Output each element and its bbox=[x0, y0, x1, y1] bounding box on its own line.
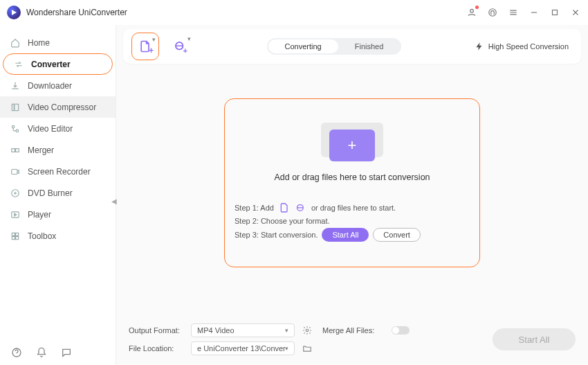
compressor-icon bbox=[10, 102, 21, 113]
status-tabs: Converting Finished bbox=[267, 38, 402, 55]
output-format-value: MP4 Video bbox=[197, 326, 235, 335]
add-url-mini-icon[interactable] bbox=[295, 202, 307, 214]
sidebar-item-dvd[interactable]: DVD Burner bbox=[0, 182, 116, 204]
svg-rect-8 bbox=[12, 169, 17, 174]
convert-mini-button[interactable]: Convert bbox=[373, 228, 421, 242]
app-title: Wondershare UniConverter bbox=[26, 8, 127, 17]
output-format-label: Output Format: bbox=[129, 326, 184, 335]
main-area: + ▾ + ▾ Converting Finished High Speed C… bbox=[116, 25, 588, 365]
app-logo-icon bbox=[7, 6, 21, 19]
chevron-down-icon: ▾ bbox=[285, 345, 288, 352]
maximize-icon[interactable] bbox=[549, 7, 560, 18]
toolbox-icon bbox=[10, 231, 21, 242]
tab-finished[interactable]: Finished bbox=[338, 39, 401, 53]
start-all-mini-button[interactable]: Start All bbox=[322, 228, 369, 242]
start-all-button[interactable]: Start All bbox=[493, 328, 576, 350]
sidebar-item-label: Downloader bbox=[28, 81, 72, 91]
collapse-sidebar-button[interactable]: ◀ bbox=[111, 194, 118, 208]
title-right bbox=[466, 7, 581, 18]
converter-icon bbox=[13, 59, 24, 70]
sidebar-bottom bbox=[0, 340, 116, 365]
add-file-mini-icon[interactable] bbox=[278, 202, 291, 214]
title-left: Wondershare UniConverter bbox=[7, 6, 127, 19]
chevron-down-icon: ▾ bbox=[152, 36, 156, 43]
output-format-select[interactable]: MP4 Video ▾ bbox=[191, 323, 295, 337]
dropzone-message: Add or drag files here to start conversi… bbox=[274, 172, 430, 182]
merge-label: Merge All Files: bbox=[322, 326, 385, 335]
support-icon[interactable] bbox=[487, 7, 498, 18]
bell-icon[interactable] bbox=[36, 347, 47, 358]
step3-text: Step 3: Start conversion. bbox=[235, 231, 318, 239]
sidebar-item-label: Home bbox=[28, 38, 50, 48]
sidebar-item-toolbox[interactable]: Toolbox bbox=[0, 225, 116, 247]
svg-rect-14 bbox=[12, 236, 15, 239]
dvd-icon bbox=[10, 188, 21, 199]
sidebar-item-label: Toolbox bbox=[28, 231, 56, 241]
svg-rect-2 bbox=[553, 10, 558, 15]
svg-point-4 bbox=[12, 125, 15, 128]
sidebar-item-label: Player bbox=[28, 210, 51, 220]
merge-toggle[interactable] bbox=[392, 326, 410, 335]
dropzone[interactable]: + Add or drag files here to start conver… bbox=[224, 98, 480, 267]
sidebar-item-label: DVD Burner bbox=[28, 188, 73, 198]
menu-icon[interactable] bbox=[508, 7, 519, 18]
sidebar-item-label: Video Editor bbox=[28, 124, 73, 134]
step-2: Step 2: Choose your format. bbox=[235, 217, 470, 225]
step-1: Step 1: Add or drag files here to start. bbox=[235, 202, 470, 214]
sidebar: Home Converter Downloader Video Compress… bbox=[0, 25, 116, 365]
title-bar: Wondershare UniConverter bbox=[0, 0, 588, 25]
step1-prefix: Step 1: Add bbox=[235, 204, 274, 212]
svg-point-19 bbox=[306, 329, 309, 332]
sidebar-item-compressor[interactable]: Video Compressor bbox=[0, 96, 116, 118]
sidebar-item-label: Screen Recorder bbox=[28, 167, 91, 177]
steps: Step 1: Add or drag files here to start.… bbox=[235, 199, 470, 244]
svg-rect-7 bbox=[16, 148, 19, 152]
recorder-icon bbox=[10, 166, 21, 177]
home-icon bbox=[10, 37, 21, 48]
account-icon[interactable] bbox=[466, 7, 477, 18]
sidebar-item-editor[interactable]: Video Editor bbox=[0, 118, 116, 139]
folder-plus-icon: + bbox=[321, 116, 383, 164]
sidebar-item-player[interactable]: Player bbox=[0, 204, 116, 225]
merger-icon bbox=[10, 145, 21, 156]
close-icon[interactable] bbox=[570, 7, 581, 18]
settings-icon[interactable] bbox=[302, 325, 313, 336]
feedback-icon[interactable] bbox=[61, 347, 72, 358]
step-3: Step 3: Start conversion. Start All Conv… bbox=[235, 228, 470, 242]
svg-point-0 bbox=[470, 9, 474, 12]
svg-point-1 bbox=[489, 9, 497, 17]
high-speed-toggle[interactable]: High Speed Conversion bbox=[475, 42, 573, 51]
chevron-down-icon: ▾ bbox=[285, 327, 288, 334]
svg-point-10 bbox=[15, 192, 16, 193]
step1-suffix: or drag files here to start. bbox=[311, 204, 396, 212]
svg-rect-12 bbox=[12, 233, 15, 235]
file-location-value: e UniConverter 13\Converted bbox=[197, 344, 285, 353]
sidebar-item-recorder[interactable]: Screen Recorder bbox=[0, 161, 116, 182]
svg-point-5 bbox=[16, 130, 19, 132]
svg-rect-15 bbox=[16, 236, 19, 239]
sidebar-item-merger[interactable]: Merger bbox=[0, 139, 116, 161]
svg-point-9 bbox=[12, 189, 19, 197]
downloader-icon bbox=[10, 80, 21, 91]
sidebar-item-label: Video Compressor bbox=[28, 103, 96, 112]
step2-text: Step 2: Choose your format. bbox=[235, 217, 330, 225]
sidebar-item-home[interactable]: Home bbox=[0, 32, 116, 53]
toolbar: + ▾ + ▾ Converting Finished High Speed C… bbox=[123, 29, 581, 64]
file-location-select[interactable]: e UniConverter 13\Converted ▾ bbox=[191, 341, 295, 355]
help-icon[interactable] bbox=[11, 347, 22, 358]
sidebar-item-label: Merger bbox=[28, 145, 54, 155]
tab-converting[interactable]: Converting bbox=[268, 39, 338, 53]
svg-rect-13 bbox=[16, 233, 19, 235]
bottom-bar: Output Format: MP4 Video ▾ Merge All Fil… bbox=[116, 318, 588, 365]
svg-rect-6 bbox=[12, 148, 15, 152]
open-folder-icon[interactable] bbox=[302, 343, 313, 354]
sidebar-item-label: Converter bbox=[31, 60, 71, 69]
sidebar-item-converter[interactable]: Converter bbox=[3, 53, 113, 75]
sidebar-item-downloader[interactable]: Downloader bbox=[0, 75, 116, 96]
minimize-icon[interactable] bbox=[529, 7, 540, 18]
add-file-button[interactable]: + ▾ bbox=[131, 33, 159, 60]
add-url-button[interactable]: + ▾ bbox=[166, 33, 194, 60]
editor-icon bbox=[10, 123, 21, 134]
high-speed-label: High Speed Conversion bbox=[488, 42, 569, 51]
player-icon bbox=[10, 209, 21, 220]
